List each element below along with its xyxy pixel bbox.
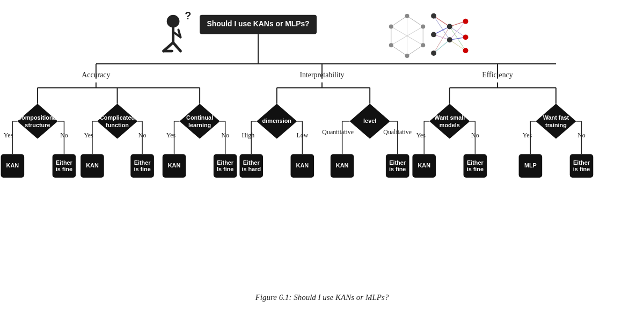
svg-text:structure: structure: [25, 122, 50, 128]
svg-text:Yes: Yes: [166, 131, 176, 139]
svg-point-12: [389, 43, 393, 47]
svg-line-5: [407, 45, 423, 56]
svg-text:Yes: Yes: [523, 131, 532, 139]
svg-text:Yes: Yes: [84, 131, 93, 139]
svg-text:No: No: [221, 131, 229, 139]
svg-text:Want fast: Want fast: [543, 114, 569, 121]
svg-line-42: [173, 42, 181, 51]
svg-text:Quantitative: Quantitative: [322, 128, 354, 136]
svg-text:is fine: is fine: [389, 166, 406, 172]
svg-text:KAN: KAN: [168, 162, 181, 169]
svg-point-32: [463, 19, 469, 24]
svg-text:models: models: [440, 122, 460, 128]
svg-text:Qualitative: Qualitative: [383, 128, 412, 136]
svg-point-34: [463, 48, 469, 53]
svg-text:Compositional: Compositional: [17, 114, 58, 121]
svg-text:level: level: [363, 118, 376, 124]
svg-text:No: No: [60, 131, 68, 139]
svg-point-14: [405, 54, 409, 58]
svg-text:High: High: [241, 131, 254, 139]
interp-label: Interpretability: [299, 71, 344, 79]
svg-text:Either: Either: [467, 159, 484, 166]
svg-text:Complicated: Complicated: [100, 114, 135, 121]
svg-text:is fine: is fine: [134, 166, 150, 172]
svg-text:KAN: KAN: [418, 162, 430, 169]
svg-text:KAN: KAN: [336, 162, 349, 169]
svg-point-28: [431, 32, 436, 37]
accuracy-label: Accuracy: [82, 71, 110, 79]
svg-text:KAN: KAN: [86, 162, 99, 169]
svg-line-20: [434, 40, 450, 53]
svg-point-13: [421, 43, 425, 47]
svg-text:Yes: Yes: [416, 131, 426, 139]
svg-text:dimension: dimension: [262, 118, 291, 124]
svg-text:?: ?: [185, 10, 191, 21]
thinker-icon: ?: [164, 10, 192, 51]
svg-line-26: [450, 40, 466, 50]
svg-text:learning: learning: [188, 122, 211, 128]
svg-point-27: [431, 13, 436, 19]
svg-text:Want small: Want small: [434, 114, 465, 121]
svg-text:No: No: [471, 131, 479, 139]
svg-line-22: [450, 27, 466, 38]
svg-text:is fine: is fine: [56, 166, 72, 172]
svg-text:KAN: KAN: [6, 162, 19, 169]
svg-point-10: [389, 25, 393, 29]
svg-point-33: [463, 34, 469, 40]
svg-text:function: function: [106, 122, 129, 128]
svg-line-15: [434, 16, 450, 27]
svg-point-30: [447, 24, 452, 30]
svg-text:Either: Either: [389, 159, 406, 166]
svg-text:Yes: Yes: [4, 131, 13, 139]
svg-point-31: [447, 37, 452, 42]
svg-line-0: [407, 16, 423, 27]
efficiency-label: Efficiency: [482, 71, 513, 79]
diagram-container: ? Should I use KANs or MLPs? Accuracy: [0, 0, 644, 290]
svg-point-29: [431, 50, 436, 56]
svg-text:training: training: [545, 122, 567, 128]
svg-text:MLP: MLP: [524, 162, 537, 169]
svg-point-11: [421, 25, 425, 29]
svg-text:is fine: is fine: [467, 166, 484, 172]
svg-text:Low: Low: [296, 131, 308, 139]
svg-text:Either: Either: [217, 159, 234, 166]
title-text: Should I use KANs or MLPs?: [207, 19, 310, 28]
svg-text:KAN: KAN: [296, 162, 309, 169]
svg-text:is hard: is hard: [241, 166, 261, 172]
svg-text:Either: Either: [134, 159, 151, 166]
svg-text:No: No: [138, 131, 147, 139]
svg-text:is fine: is fine: [573, 166, 590, 172]
svg-text:Either: Either: [573, 159, 590, 166]
svg-line-1: [391, 16, 407, 27]
svg-text:Either: Either: [56, 159, 73, 166]
svg-point-9: [405, 14, 409, 18]
svg-line-4: [391, 45, 407, 56]
svg-text:No: No: [577, 131, 586, 139]
svg-point-36: [167, 15, 180, 28]
figure-caption: Figure 6.1: Should I use KANs or MLPs?: [0, 290, 644, 302]
svg-text:Is fine: Is fine: [217, 166, 233, 172]
svg-text:Continual: Continual: [186, 114, 213, 121]
svg-text:Either: Either: [243, 159, 260, 166]
